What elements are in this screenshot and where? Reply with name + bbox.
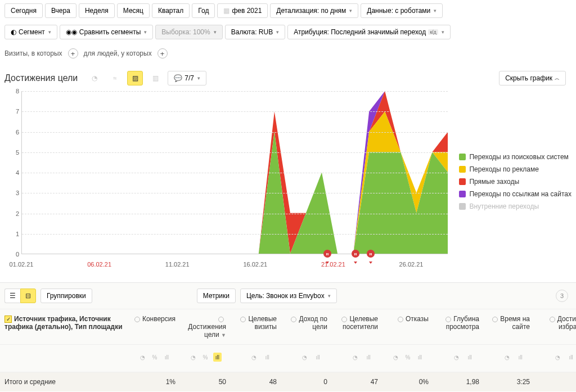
totals-value: 0 bbox=[281, 372, 332, 391]
groupings-btn[interactable]: Группировки bbox=[40, 289, 92, 303]
add-people-filter[interactable]: + bbox=[158, 48, 168, 58]
chart-plot[interactable]: ннн bbox=[21, 91, 448, 254]
share-icon[interactable]: ◔ bbox=[502, 353, 512, 362]
period-quarter[interactable]: Квартал bbox=[152, 3, 190, 18]
bars-icon[interactable]: ıll bbox=[213, 353, 222, 362]
bars-icon[interactable]: ıll bbox=[313, 353, 323, 362]
period-today[interactable]: Сегодня bbox=[4, 3, 43, 18]
radio-icon[interactable] bbox=[446, 317, 451, 322]
chevron-down-icon: ▾ bbox=[214, 29, 217, 35]
radio-icon[interactable] bbox=[398, 317, 403, 322]
legend-label: Переходы по ссылкам на сайтах bbox=[469, 190, 572, 198]
legend-label: Переходы по рекламе bbox=[469, 165, 538, 173]
legend-item[interactable]: Переходы по рекламе bbox=[459, 165, 572, 173]
list-view-icon[interactable]: ☰ bbox=[4, 289, 20, 303]
percent-icon[interactable]: % bbox=[403, 353, 412, 362]
period-yesterday[interactable]: Вчера bbox=[45, 3, 76, 18]
x-tick: 26.02.21 bbox=[399, 261, 424, 268]
share-icon[interactable]: ◔ bbox=[350, 353, 360, 362]
chart-area: 012345678 ннн 01.02.2106.02.2111.02.2116… bbox=[4, 91, 448, 271]
goal-select[interactable]: Цель: Звонок из Envybox▾ bbox=[240, 289, 337, 303]
metric-header[interactable]: Глубина просмотра bbox=[433, 309, 484, 344]
radio-icon[interactable] bbox=[550, 317, 555, 322]
chart-legend: Переходы из поисковых системПереходы по … bbox=[448, 91, 572, 271]
attribution-btn[interactable]: Атрибуция: Последний значимый переход к/… bbox=[287, 25, 451, 39]
area-chart-icon[interactable]: ▨ bbox=[127, 71, 143, 85]
bars-icon[interactable]: ıll bbox=[363, 353, 374, 362]
y-tick: 5 bbox=[16, 149, 19, 156]
hide-chart-btn[interactable]: Скрыть график ︿ bbox=[499, 71, 566, 85]
view-mode-group: ☰ ⊟ bbox=[4, 289, 36, 303]
legend-item[interactable]: Переходы по ссылкам на сайтах bbox=[459, 190, 572, 198]
chevron-up-icon: ︿ bbox=[555, 75, 560, 82]
period-month[interactable]: Месяц bbox=[117, 3, 150, 18]
notification-badge[interactable]: 3 bbox=[556, 290, 568, 302]
line-chart-icon[interactable]: ≈ bbox=[107, 71, 123, 85]
segment-btn[interactable]: ◐Сегмент▾ bbox=[4, 25, 57, 39]
holiday-marker[interactable]: н bbox=[367, 250, 375, 258]
chevron-down-icon: ▾ bbox=[276, 29, 279, 35]
y-tick: 6 bbox=[16, 129, 19, 136]
share-icon[interactable]: ◔ bbox=[392, 353, 400, 362]
totals-value: 3:25 bbox=[484, 372, 534, 391]
currency-btn[interactable]: Валюта: RUB▾ bbox=[225, 25, 285, 39]
table-section: ☰ ⊟ Группировки Метрики Цель: Звонок из … bbox=[0, 282, 576, 391]
detail-select[interactable]: Детализация: по дням▾ bbox=[270, 3, 358, 18]
share-icon[interactable]: ◔ bbox=[552, 353, 562, 362]
holiday-marker[interactable]: н bbox=[352, 250, 359, 258]
sample-btn[interactable]: Выборка: 100%▾ bbox=[155, 25, 222, 39]
dimension-header[interactable]: ✓Источник трафика, Источник трафика (дет… bbox=[0, 309, 129, 344]
radio-icon[interactable] bbox=[492, 317, 498, 322]
metric-header[interactable]: Отказы bbox=[382, 309, 433, 344]
share-icon[interactable]: ◔ bbox=[189, 353, 197, 362]
compare-segments-btn[interactable]: ◉◉Сравнить сегменты▾ bbox=[60, 25, 154, 39]
metric-header[interactable]: Достиж избран bbox=[534, 309, 576, 344]
table-totals-row: Итого и средние1%50480470%1,983:25 bbox=[0, 372, 576, 391]
radio-icon[interactable] bbox=[341, 317, 347, 322]
metric-header[interactable]: Целевые визиты bbox=[231, 309, 281, 344]
metric-header[interactable]: Конверсия bbox=[129, 309, 180, 344]
period-toolbar: Сегодня Вчера Неделя Месяц Квартал Год ▦… bbox=[0, 0, 576, 21]
holiday-marker[interactable]: н bbox=[323, 250, 331, 258]
radio-icon[interactable] bbox=[240, 317, 246, 322]
bar-chart-icon[interactable]: ▥ bbox=[147, 71, 163, 85]
legend-item[interactable]: Внутренние переходы bbox=[459, 202, 572, 210]
bars-icon[interactable]: ıll bbox=[416, 353, 424, 362]
metric-header[interactable]: Время на сайте bbox=[484, 309, 534, 344]
series-counter-btn[interactable]: 💬7/7▾ bbox=[168, 71, 206, 85]
checkbox-icon[interactable]: ✓ bbox=[4, 316, 12, 323]
percent-icon[interactable]: % bbox=[201, 353, 209, 362]
radio-icon[interactable] bbox=[134, 317, 140, 322]
radio-icon[interactable] bbox=[218, 317, 224, 322]
radio-icon[interactable] bbox=[291, 317, 296, 322]
bars-icon[interactable]: ıll bbox=[515, 353, 525, 362]
totals-value bbox=[534, 372, 576, 391]
bars-icon[interactable]: ıll bbox=[262, 353, 272, 362]
pie-chart-icon[interactable]: ◔ bbox=[87, 71, 102, 85]
tree-view-icon[interactable]: ⊟ bbox=[20, 289, 36, 303]
percent-icon[interactable]: % bbox=[150, 353, 159, 362]
metric-header[interactable]: Доход по цели bbox=[281, 309, 332, 344]
add-visits-filter[interactable]: + bbox=[68, 48, 78, 58]
segment-toolbar: ◐Сегмент▾ ◉◉Сравнить сегменты▾ Выборка: … bbox=[0, 21, 576, 43]
totals-value: 1% bbox=[129, 372, 180, 391]
share-icon[interactable]: ◔ bbox=[138, 353, 147, 362]
share-icon[interactable]: ◔ bbox=[249, 353, 259, 362]
bars-icon[interactable]: ıll bbox=[163, 353, 171, 362]
legend-swatch bbox=[459, 154, 466, 160]
metric-header[interactable]: Целевые посетители bbox=[332, 309, 382, 344]
period-week[interactable]: Неделя bbox=[79, 3, 115, 18]
bars-icon[interactable]: ıll bbox=[465, 353, 475, 362]
metric-header[interactable]: Достижения цели ▼ bbox=[180, 309, 231, 344]
share-icon[interactable]: ◔ bbox=[299, 353, 309, 362]
data-select[interactable]: Данные: с роботами▾ bbox=[361, 3, 443, 18]
period-picker[interactable]: ▦фев 2021 bbox=[217, 3, 268, 18]
metrics-btn[interactable]: Метрики bbox=[197, 289, 236, 303]
table-subicons-row: ◔%ıll◔%ıll◔ıll◔ıll◔ıll◔%ıll◔ıll◔ıll◔ıll bbox=[0, 344, 576, 372]
period-year[interactable]: Год bbox=[192, 3, 215, 18]
legend-item[interactable]: Переходы из поисковых систем bbox=[459, 153, 572, 161]
bars-icon[interactable]: ıll bbox=[566, 353, 576, 362]
legend-item[interactable]: Прямые заходы bbox=[459, 178, 572, 186]
y-tick: 7 bbox=[16, 108, 19, 115]
share-icon[interactable]: ◔ bbox=[451, 353, 461, 362]
